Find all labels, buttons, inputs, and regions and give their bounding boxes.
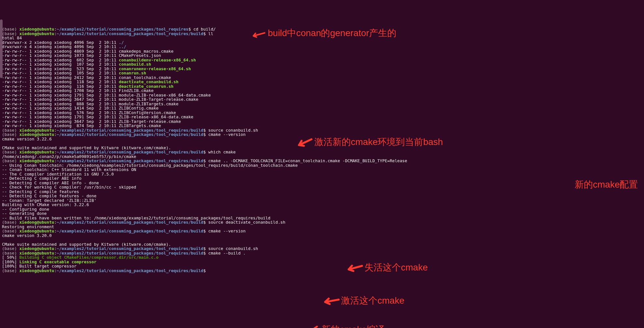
cmd-cmake-ver: cmake --version — [208, 132, 246, 137]
cmd-source-deact: source deactivate_conanbuild.sh — [208, 220, 285, 225]
arrow-icon — [310, 274, 354, 328]
cmd-cmake-build: cmake --build . — [208, 251, 246, 256]
annotation-activate-this: 激活这个cmake — [325, 272, 404, 328]
out-line: cmake version 3.20.0 — [2, 233, 52, 238]
annotation-text: 新的cmake编译 — [322, 324, 385, 328]
arrow-icon — [302, 302, 322, 328]
terminal-output: (base) xiedong@ubuntu:~/examples2/tutori… — [2, 27, 644, 273]
out-line: cmake version 3.22.6 — [2, 137, 52, 141]
scrollbar-thumb[interactable] — [0, 20, 3, 78]
scrollbar-track[interactable] — [0, 0, 3, 328]
cmd-ll: ll — [208, 31, 213, 36]
annotation-text: 激活这个cmake — [341, 295, 404, 306]
annotation-new-build: 新的cmake编译 — [305, 302, 385, 328]
cmd-which: which cmake — [208, 150, 236, 154]
